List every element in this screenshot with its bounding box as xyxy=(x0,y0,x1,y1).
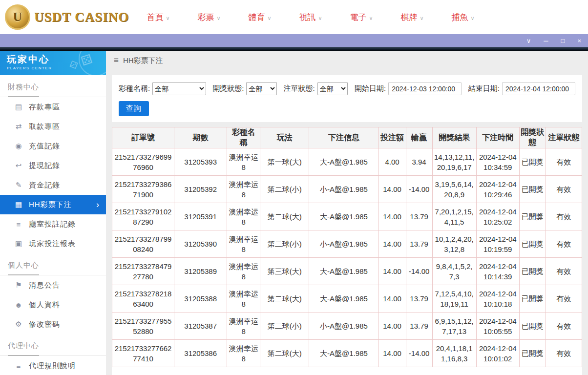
cell: 14.00 xyxy=(378,285,406,312)
cell: 2152173327795552880 xyxy=(112,312,174,340)
nav-item-label: 棋牌 xyxy=(400,13,417,22)
main-nav: 首頁∨彩票∨體育∨視訊∨電子∨棋牌∨捕魚∨ xyxy=(133,12,488,23)
nav-item-label: 捕魚 xyxy=(451,13,468,22)
nav-item-label: 電子 xyxy=(350,13,366,22)
table-row[interactable]: 215217332796997696031205393澳洲幸运8第一球(大)大-… xyxy=(112,148,582,176)
nav-item-label: 視訊 xyxy=(299,13,315,22)
cell: 有效 xyxy=(546,340,582,367)
sidebar-item-0-4[interactable]: ✎資金記錄 xyxy=(0,175,106,195)
divider-strip xyxy=(0,47,588,51)
cell: 13.79 xyxy=(406,285,432,312)
nav-item-4[interactable]: 電子∨ xyxy=(336,12,387,23)
order-status-select[interactable]: 全部 xyxy=(317,82,348,95)
section-title-2: 代理中心 xyxy=(0,334,106,356)
recharge-record-icon: ◉ xyxy=(13,142,24,150)
order-status-label: 注單狀態: xyxy=(284,84,315,93)
cell: 2024-12-04 10:14:39 xyxy=(476,258,519,285)
close-button[interactable]: × xyxy=(577,38,581,44)
cell: 有效 xyxy=(546,148,582,176)
nav-item-5[interactable]: 棋牌∨ xyxy=(387,12,438,23)
cell: 小-A盤@1.985 xyxy=(309,230,378,258)
sidebar-item-0-1[interactable]: ⇄取款專區 xyxy=(0,117,106,136)
lottery-bet-icon: ▦ xyxy=(13,200,24,209)
collapse-chevron-icon[interactable]: ∨ xyxy=(526,38,531,44)
minimize-button[interactable]: ─ xyxy=(544,38,548,44)
sidebar-item-0-5[interactable]: ▦HH彩票下注› xyxy=(0,195,106,214)
cell: 2152173327766277410 xyxy=(112,340,174,367)
table-row[interactable]: 215217332793867190031205392澳洲幸运8第二球(小)小-… xyxy=(112,176,582,203)
player-report-icon: ▣ xyxy=(13,239,24,248)
table-row[interactable]: 215217332776627741031205386澳洲幸运8第二球(大)大-… xyxy=(112,340,582,367)
cell: 31205389 xyxy=(174,258,227,285)
draw-status-select[interactable]: 全部 xyxy=(246,82,277,95)
table-row[interactable]: 215217332791028729031205391澳洲幸运8第二球(大)大-… xyxy=(112,203,582,230)
maximize-button[interactable]: □ xyxy=(561,38,565,44)
end-date-input[interactable] xyxy=(502,82,575,95)
column-header: 輸贏 xyxy=(406,127,432,148)
cell: 31205393 xyxy=(174,148,227,176)
chevron-right-icon: › xyxy=(96,200,99,210)
cell: 6,9,15,1,12,7,17,13 xyxy=(432,312,476,340)
cell: 7,20,1,2,15,4,11,5 xyxy=(432,203,476,230)
cell: 7,12,5,4,10,18,19,11 xyxy=(432,285,476,312)
cell: 已開獎 xyxy=(519,176,546,203)
column-header: 投注額 xyxy=(378,127,406,148)
chevron-down-icon: ∨ xyxy=(318,15,322,21)
column-header: 下注信息 xyxy=(309,127,378,148)
sidebar-item-label: 取款專區 xyxy=(29,122,60,131)
lottery-select[interactable]: 全部 xyxy=(152,82,206,95)
hamburger-icon[interactable]: ≡ xyxy=(114,56,119,65)
sidebar-item-0-2[interactable]: ◉充值記錄 xyxy=(0,136,106,156)
cell: 澳洲幸运8 xyxy=(227,285,260,312)
sidebar-item-0-3[interactable]: ↩提現記錄 xyxy=(0,156,106,175)
top-navbar: U USDT CASINO 首頁∨彩票∨體育∨視訊∨電子∨棋牌∨捕魚∨ xyxy=(0,0,588,34)
cell: -14.00 xyxy=(406,176,432,203)
table-row[interactable]: 215217332779555288031205387澳洲幸运8第二球(小)小-… xyxy=(112,312,582,340)
sidebar-item-label: 修改密碼 xyxy=(29,320,60,329)
sidebar-item-1-2[interactable]: ⚙修改密碼 xyxy=(0,314,106,334)
table-row[interactable]: 215217332782186340031205388澳洲幸运8第二球(大)大-… xyxy=(112,285,582,312)
cell: 已開獎 xyxy=(519,312,546,340)
sidebar-item-1-1[interactable]: ☻個人資料 xyxy=(0,295,106,314)
sidebar-item-0-6[interactable]: ≡廳室投註記錄 xyxy=(0,214,106,234)
cell: 2152173327821863400 xyxy=(112,285,174,312)
cell: 2152173327910287290 xyxy=(112,203,174,230)
cell: 小-A盤@1.985 xyxy=(309,312,378,340)
cell: -14.00 xyxy=(406,258,432,285)
cell: 31205391 xyxy=(174,203,227,230)
column-header: 玩法 xyxy=(260,127,309,148)
draw-status-label: 開獎狀態: xyxy=(212,84,244,93)
cell: 澳洲幸运8 xyxy=(227,340,260,367)
logo[interactable]: U USDT CASINO xyxy=(5,4,121,30)
cell: 已開獎 xyxy=(519,230,546,258)
nav-item-6[interactable]: 捕魚∨ xyxy=(438,12,488,23)
sidebar-item-2-0[interactable]: ≡代理規則說明 xyxy=(0,356,106,375)
column-header: 彩種名稱 xyxy=(227,127,260,148)
bet-table: 訂單號期數彩種名稱玩法下注信息投注額輸贏開獎結果下注時間開獎狀態注單狀態2152… xyxy=(112,127,582,367)
start-date-input[interactable] xyxy=(388,82,462,95)
search-button[interactable]: 查詢 xyxy=(119,101,149,116)
room-bet-record-icon: ≡ xyxy=(13,220,24,229)
column-header: 訂單號 xyxy=(112,127,174,148)
sidebar-item-label: 提現記錄 xyxy=(29,161,60,170)
page-title: HH彩票下注 xyxy=(123,56,163,65)
nav-item-1[interactable]: 彩票∨ xyxy=(184,12,234,23)
cell: 有效 xyxy=(546,230,582,258)
withdraw-record-icon: ↩ xyxy=(13,161,24,170)
sidebar-item-0-0[interactable]: ▤存款專區 xyxy=(0,97,106,117)
nav-item-2[interactable]: 體育∨ xyxy=(234,12,285,23)
sidebar-item-1-0[interactable]: ⚑消息公告 xyxy=(0,275,106,295)
sidebar-item-label: 代理規則說明 xyxy=(29,361,76,371)
cell: 第二球(小) xyxy=(260,312,309,340)
chevron-down-icon: ∨ xyxy=(470,15,474,21)
nav-item-0[interactable]: 首頁∨ xyxy=(133,12,184,23)
table-row[interactable]: 215217332787990824031205390澳洲幸运8第二球(小)小-… xyxy=(112,230,582,258)
sidebar-item-0-7[interactable]: ▣玩家投注報表 xyxy=(0,234,106,253)
cell: 第二球(大) xyxy=(260,340,309,367)
cell: 大-A盤@1.985 xyxy=(309,340,378,367)
column-header: 期數 xyxy=(174,127,227,148)
cell: 有效 xyxy=(546,285,582,312)
lottery-label: 彩種名稱: xyxy=(119,84,150,93)
nav-item-3[interactable]: 視訊∨ xyxy=(285,12,336,23)
table-row[interactable]: 215217332784792778031205389澳洲幸运8第三球(大)大-… xyxy=(112,258,582,285)
